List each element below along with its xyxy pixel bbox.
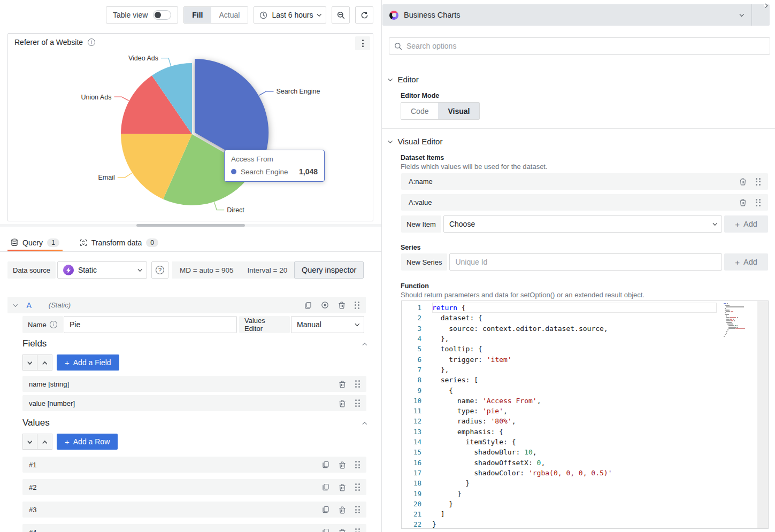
editor-section-header[interactable]: Editor [389,75,419,84]
editor-mode-code[interactable]: Code [401,103,438,119]
code-line[interactable]: 10name: 'Access From', [402,396,768,406]
editor-scrollbar[interactable] [757,301,768,528]
values-editor-select[interactable]: Manual [291,316,364,333]
datasource-picker[interactable]: Static [57,261,147,279]
drag-handle[interactable] [355,483,360,491]
add-dataset-item-button[interactable]: Add [724,215,768,233]
collapse-all-button[interactable] [22,354,37,371]
code-line[interactable]: 6trigger: 'item' [402,354,768,365]
code-line[interactable]: 20} [402,499,768,509]
code-line[interactable]: 7}, [402,365,768,375]
delete-dataset-item-button[interactable] [739,198,747,206]
drag-handle[interactable] [355,399,360,407]
values-editor-value: Manual [297,320,321,329]
horizontal-scrollbar-thumb[interactable] [136,224,245,227]
value-row[interactable]: #3 [22,502,366,518]
code-line[interactable]: 16shadowOffsetX: 0, [402,458,768,468]
dataset-item-row[interactable]: A:name [401,173,768,190]
code-line[interactable]: 22} [402,519,768,529]
drag-handle[interactable] [355,506,360,513]
datasource-help-button[interactable] [151,261,168,279]
expand-all-button[interactable] [37,434,52,450]
code-line[interactable]: 2dataset: { [402,313,768,323]
code-line[interactable]: 1return { [402,303,768,313]
code-line[interactable]: 19} [402,488,768,498]
dataset-item-row[interactable]: A:value [401,194,768,211]
dataset-items-label: Dataset Items [401,154,444,161]
query-inspector-button[interactable]: Query inspector [294,261,364,279]
time-range-picker[interactable]: Last 6 hours [254,6,326,24]
fill-option[interactable]: Fill [184,7,211,23]
drag-handle[interactable] [756,178,761,186]
collapse-icon[interactable] [362,422,366,427]
delete-row-button[interactable] [339,506,346,514]
value-row[interactable]: #2 [22,479,366,495]
code-line[interactable]: 4}, [402,334,768,344]
field-row[interactable]: value [number] [22,395,366,411]
delete-row-button[interactable] [339,461,346,469]
add-series-button[interactable]: Add [724,253,768,271]
field-row[interactable]: name [string] [22,376,366,392]
add-field-button[interactable]: Add a Field [57,354,119,371]
new-item-select[interactable]: Choose [443,215,722,233]
delete-field-button[interactable] [339,380,346,388]
copy-row-button[interactable] [322,461,329,468]
fields-buttons: Add a Field [22,354,119,371]
chart-panel: Referer of a Website Search EngineDirect… [7,33,373,221]
code-line[interactable]: 21] [402,509,768,519]
query-name-input[interactable] [64,316,237,333]
hide-response-button[interactable] [321,301,329,309]
minimap[interactable] [723,303,755,367]
visual-editor-section-header[interactable]: Visual Editor [389,137,442,146]
visualization-picker[interactable]: Business Charts [382,4,770,26]
chevron-down-icon [317,12,321,17]
tab-query[interactable]: Query 1 [7,234,63,251]
collapse-icon[interactable] [362,343,366,348]
expand-all-button[interactable] [37,354,52,371]
drag-handle[interactable] [756,199,761,206]
options-search-input[interactable] [406,42,765,50]
function-code-editor[interactable]: 1return {2dataset: {3source: context.edi… [401,300,769,529]
table-view-toggle[interactable] [153,10,171,20]
delete-query-button[interactable] [338,301,346,309]
code-line[interactable]: 11type: 'pie', [402,406,768,416]
panel-menu-button[interactable] [355,36,370,50]
add-row-button[interactable]: Add a Row [57,434,118,450]
drag-handle[interactable] [355,380,360,388]
query-row-header[interactable]: A (Static) [7,297,366,313]
zoom-out-button[interactable] [332,6,350,24]
copy-row-button[interactable] [322,528,329,532]
actual-option[interactable]: Actual [211,7,248,23]
options-search[interactable] [389,37,770,55]
new-series-label: New Series [401,253,447,271]
code-line[interactable]: 17shadowColor: 'rgba(0, 0, 0, 0.5)' [402,468,768,478]
code-line[interactable]: 9{ [402,385,768,395]
delete-row-button[interactable] [339,528,346,532]
code-line[interactable]: 14itemStyle: { [402,437,768,447]
delete-field-button[interactable] [339,399,346,407]
code-line[interactable]: 3source: context.editor.dataset.source, [402,323,768,334]
copy-row-button[interactable] [322,483,329,491]
new-series-input[interactable] [449,253,722,271]
delete-dataset-item-button[interactable] [739,178,747,186]
collapse-options-button[interactable] [752,4,770,26]
value-row[interactable]: #4 [22,524,366,532]
drag-handle[interactable] [355,302,359,309]
code-line[interactable]: 13emphasis: { [402,427,768,437]
drag-handle[interactable] [355,461,360,468]
duplicate-query-button[interactable] [304,302,312,309]
code-line[interactable]: 5tooltip: { [402,344,768,354]
refresh-button[interactable] [355,6,373,24]
delete-row-button[interactable] [339,483,346,491]
collapse-all-button[interactable] [22,434,37,450]
editor-mode-visual[interactable]: Visual [438,103,479,119]
code-line[interactable]: 12radius: '80%', [402,416,768,426]
code-line[interactable]: 18} [402,478,768,488]
tab-transform-data[interactable]: Transform data 0 [76,234,162,251]
code-line[interactable]: 15shadowBlur: 10, [402,447,768,457]
value-row[interactable]: #1 [22,457,366,473]
tab-transform-label: Transform data [91,238,142,247]
code-line[interactable]: 8series: [ [402,375,768,385]
drag-handle[interactable] [355,528,360,532]
copy-row-button[interactable] [322,506,329,513]
